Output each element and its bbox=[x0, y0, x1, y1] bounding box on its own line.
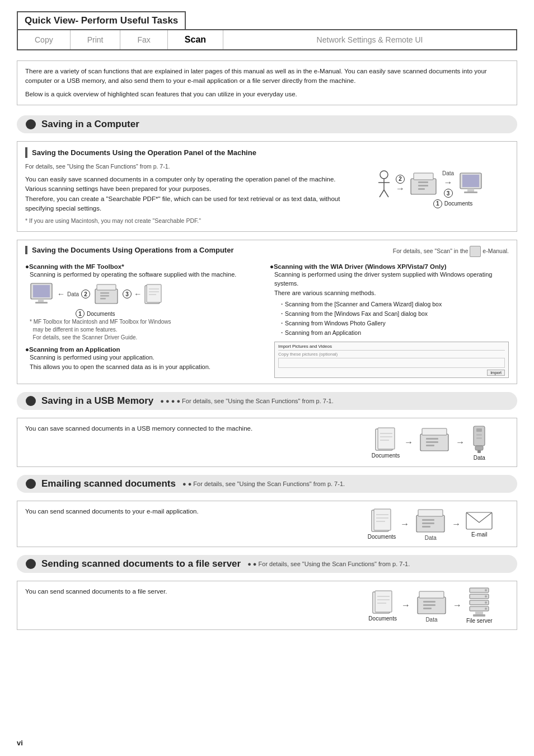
email-diagram: Documents → Data → bbox=[352, 507, 509, 541]
svg-rect-51 bbox=[422, 519, 434, 521]
fileserver-diagram: Documents → Data → bbox=[352, 587, 509, 624]
step1b-badge: 1 bbox=[76, 309, 85, 318]
documents-label2: Documents bbox=[87, 311, 115, 317]
tab-scan[interactable]: Scan bbox=[168, 30, 223, 49]
section-note-email: ● ● For details, see "Using the Scan Fun… bbox=[182, 480, 345, 487]
mf-toolbox-body: Scanning is performed by operating the s… bbox=[30, 270, 264, 279]
email-data-label: Data bbox=[425, 535, 437, 541]
doc-stack-icon bbox=[144, 283, 162, 305]
usb-content-box: You can save scanned documents in a USB … bbox=[17, 418, 517, 467]
mf-toolbox-section: ●Scanning with the MF Toolbox* Scanning … bbox=[25, 263, 264, 342]
fs-arrow2: → bbox=[453, 600, 462, 610]
section-title-usb: Saving in a USB Memory bbox=[41, 395, 153, 407]
email-doc-icon bbox=[371, 508, 393, 534]
wia-section: ●Scanning with the WIA Driver (Windows X… bbox=[270, 263, 509, 379]
subsection-from-computer-content: ●Scanning with the MF Toolbox* Scanning … bbox=[25, 263, 509, 379]
intro-box: There are a variety of scan functions th… bbox=[17, 60, 517, 105]
svg-rect-19 bbox=[97, 284, 116, 290]
section-note-usb: ● ● ● ● For details, see "Using the Scan… bbox=[160, 398, 334, 404]
svg-point-66 bbox=[485, 589, 487, 591]
wia-dialog-preview: Import Pictures and Videos Copy these pi… bbox=[274, 342, 509, 378]
wia-body: Scanning is performed using the driver s… bbox=[274, 270, 509, 298]
fileserver-content-box: You can send scanned documents to a file… bbox=[17, 581, 517, 630]
email-content-box: You can send scanned documents to your e… bbox=[17, 501, 517, 547]
mf-toolbox-heading: ●Scanning with the MF Toolbox* bbox=[25, 263, 264, 270]
section-header-email: Emailing scanned documents ● ● For detai… bbox=[17, 475, 517, 493]
step1-badge: 1 bbox=[433, 199, 442, 208]
section-title-email: Emailing scanned documents bbox=[41, 478, 176, 489]
svg-rect-56 bbox=[375, 591, 392, 612]
wia-list-item: Scanning from Windows Photo Gallery bbox=[279, 319, 509, 328]
svg-rect-17 bbox=[35, 302, 48, 304]
svg-rect-40 bbox=[476, 434, 482, 436]
op-panel-body: You can easily save scanned documents in… bbox=[25, 175, 344, 213]
wia-list-item: Scanning from an Application bbox=[279, 328, 509, 338]
intro-para2: Below is a quick overview of highlighted… bbox=[25, 90, 509, 99]
svg-rect-11 bbox=[462, 175, 479, 187]
fileserver-body: You can send scanned documents to a file… bbox=[25, 587, 344, 596]
scanner-icon bbox=[408, 170, 439, 198]
svg-rect-62 bbox=[423, 601, 435, 603]
for-details-op-panel: For details, see "Using the Scan Functio… bbox=[25, 162, 344, 171]
svg-rect-43 bbox=[477, 450, 481, 453]
usb-arrow1: → bbox=[404, 437, 413, 447]
svg-rect-73 bbox=[475, 611, 483, 614]
left-scan-col: ●Scanning with the MF Toolbox* Scanning … bbox=[25, 263, 264, 379]
email-arrow2: → bbox=[452, 519, 461, 529]
svg-rect-34 bbox=[422, 428, 447, 435]
documents-label: Documents bbox=[444, 200, 473, 207]
tab-copy[interactable]: Copy bbox=[18, 30, 71, 49]
svg-rect-8 bbox=[418, 185, 428, 186]
svg-rect-52 bbox=[422, 522, 434, 524]
scan-application-section: ●Scanning from an Application Scanning i… bbox=[25, 346, 264, 371]
svg-rect-13 bbox=[464, 192, 477, 193]
quick-view-header: Quick View- Perform Useful Tasks bbox=[17, 11, 186, 29]
svg-rect-20 bbox=[100, 292, 109, 294]
fs-arrow1: → bbox=[401, 600, 410, 610]
fs-scanner-icon bbox=[415, 589, 448, 617]
scanner2-icon bbox=[92, 282, 120, 306]
usb-memory-icon bbox=[469, 424, 489, 455]
fs-data-label: Data bbox=[425, 617, 437, 623]
svg-rect-37 bbox=[426, 445, 434, 446]
subsection-operation-panel: Saving the Documents Using the Operation… bbox=[17, 141, 517, 232]
for-details-from-computer: For details, see "Scan" in the e-Manual. bbox=[393, 246, 509, 257]
svg-rect-15 bbox=[33, 285, 50, 297]
section-title-fileserver: Sending scanned documents to a file serv… bbox=[41, 558, 241, 570]
fs-documents-label: Documents bbox=[368, 615, 397, 622]
section-header-saving-computer: Saving in a Computer bbox=[17, 115, 517, 133]
svg-rect-41 bbox=[476, 437, 482, 439]
svg-rect-36 bbox=[426, 441, 438, 443]
svg-rect-9 bbox=[418, 188, 425, 190]
section-circle-fileserver-icon bbox=[26, 559, 36, 569]
svg-rect-16 bbox=[38, 299, 44, 302]
section-title-saving-computer: Saving in a Computer bbox=[41, 119, 139, 130]
email-scanner-icon bbox=[414, 507, 447, 535]
subsection-title-op-panel: Saving the Documents Using the Operation… bbox=[25, 147, 344, 158]
fs-doc-icon bbox=[372, 590, 394, 615]
fs-server-label: File server bbox=[466, 618, 493, 624]
person-icon bbox=[376, 170, 392, 198]
svg-rect-12 bbox=[467, 189, 474, 192]
op-panel-diagram: 2 → Data → 3 bbox=[352, 147, 509, 226]
svg-point-72 bbox=[485, 608, 487, 610]
svg-rect-50 bbox=[418, 510, 443, 516]
emanual-icon bbox=[470, 246, 481, 257]
op-panel-note: * If you are using Macintosh, you may no… bbox=[25, 217, 344, 226]
tab-network[interactable]: Network Settings & Remote UI bbox=[223, 30, 516, 49]
svg-rect-6 bbox=[414, 173, 433, 180]
svg-rect-54 bbox=[466, 512, 492, 529]
tab-print[interactable]: Print bbox=[71, 30, 121, 49]
section-note-fileserver: ● ● For details, see "Using the Scan Fun… bbox=[247, 561, 410, 567]
wia-list: Scanning from the [Scanner and Camera Wi… bbox=[274, 300, 509, 337]
tab-fax[interactable]: Fax bbox=[120, 30, 167, 49]
svg-rect-74 bbox=[473, 614, 485, 617]
step3-badge: 3 bbox=[444, 189, 453, 198]
svg-point-0 bbox=[380, 171, 388, 179]
usb-spacer bbox=[434, 454, 435, 460]
subsection-title-from-computer: Saving the Documents Using Operations fr… bbox=[25, 246, 233, 254]
svg-rect-7 bbox=[418, 181, 428, 183]
svg-rect-63 bbox=[423, 604, 435, 606]
svg-rect-42 bbox=[475, 446, 483, 450]
svg-rect-39 bbox=[476, 428, 482, 432]
